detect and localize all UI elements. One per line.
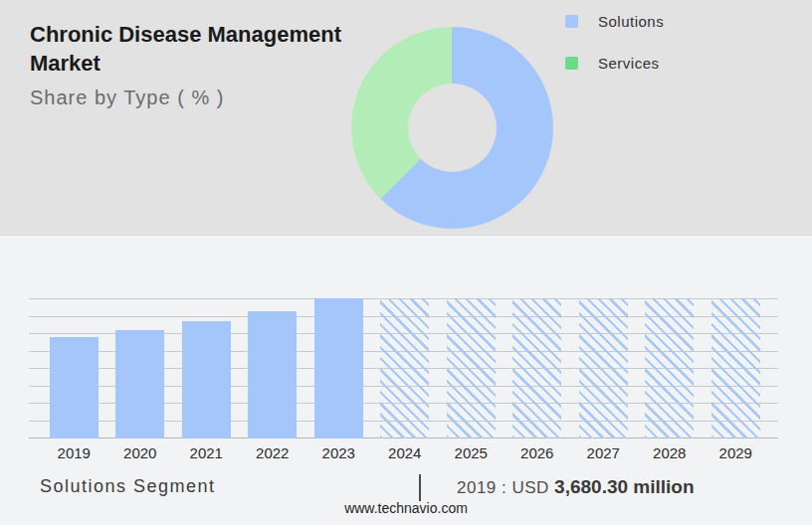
bar-column-2025 (438, 298, 505, 438)
bar-column-2029 (703, 298, 769, 438)
x-axis-label-2025: 2025 (438, 444, 505, 461)
x-axis-label-2020: 2020 (107, 444, 174, 461)
x-axis-label-2021: 2021 (173, 444, 240, 461)
website-url: www.technavio.com (0, 500, 812, 516)
x-axis-label-2028: 2028 (637, 444, 704, 461)
bar-column-2028 (637, 298, 704, 438)
value-annotation: 2019 : USD 3,680.30 million (457, 476, 695, 498)
value-prefix: 2019 : USD (457, 478, 554, 498)
bar-column-2022 (240, 298, 306, 438)
header-section: Chronic Disease Management Market Share … (0, 0, 812, 236)
donut-chart (351, 27, 553, 229)
page-title: Chronic Disease Management Market (30, 20, 350, 78)
solutions-swatch-icon (565, 15, 578, 28)
bar-column-2026 (505, 298, 571, 438)
bar-column-2021 (173, 298, 240, 438)
legend-item-services: Services (565, 55, 664, 71)
value-amount: 3,680.30 million (554, 476, 694, 498)
x-axis-label-2022: 2022 (240, 444, 306, 461)
page-subtitle: Share by Type ( % ) (30, 87, 350, 109)
bar-2020 (115, 330, 164, 438)
bar-column-2027 (570, 298, 637, 438)
bar-2028 (645, 298, 694, 438)
legend-item-solutions: Solutions (565, 13, 664, 29)
x-axis-label-2026: 2026 (505, 444, 571, 461)
bar-2024 (380, 298, 429, 438)
x-axis-labels: 2019202020212022202320242025202620272028… (29, 444, 778, 461)
x-axis-label-2023: 2023 (305, 444, 372, 461)
bar-2021 (182, 321, 231, 438)
bar-2023 (314, 298, 363, 438)
title-block: Chronic Disease Management Market Share … (30, 20, 350, 109)
bar-2025 (447, 298, 496, 438)
x-axis-label-2029: 2029 (703, 444, 769, 461)
bar-2022 (248, 311, 297, 438)
services-swatch-icon (565, 57, 578, 70)
bars-row (29, 298, 778, 438)
donut-legend: Solutions Services (565, 13, 664, 96)
segment-label: Solutions Segment (40, 476, 216, 497)
x-axis-label-2027: 2027 (570, 444, 637, 461)
bar-chart-section: 2019202020212022202320242025202620272028… (0, 236, 812, 525)
legend-label-solutions: Solutions (598, 13, 664, 30)
bar-2019 (50, 337, 99, 438)
bar-2027 (579, 298, 628, 438)
x-axis-label-2019: 2019 (41, 444, 107, 461)
bar-2029 (711, 298, 760, 438)
bar-2026 (512, 298, 561, 438)
bar-column-2020 (107, 298, 174, 438)
bar-column-2024 (372, 298, 439, 438)
separator-bar (419, 474, 421, 501)
legend-label-services: Services (598, 55, 660, 72)
bar-column-2019 (41, 298, 107, 438)
x-axis-label-2024: 2024 (372, 444, 439, 461)
bar-column-2023 (305, 298, 372, 438)
